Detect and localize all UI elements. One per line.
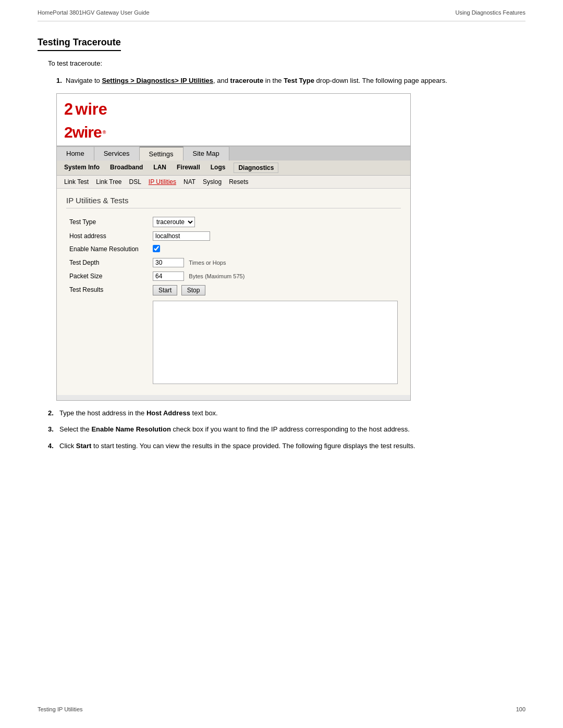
packet-size-input[interactable]: [153, 272, 184, 281]
footer-left: Testing IP Utilities: [38, 706, 83, 712]
sub-nav-bar: System Info Broadband LAN Firewall Logs …: [57, 161, 410, 176]
test-type-label: Test Type: [66, 215, 150, 229]
test-type-field: traceroute: [150, 215, 401, 229]
step-2-num: 2.: [48, 408, 59, 418]
subnav-systeminfo[interactable]: System Info: [62, 163, 102, 173]
test-depth-field: Times or Hops: [150, 256, 401, 269]
test-depth-input[interactable]: [153, 258, 184, 267]
step-2: 2. Type the host address in the Host Add…: [48, 408, 525, 418]
step-3: 3. Select the Enable Name Resolution che…: [48, 424, 525, 435]
enable-resolution-field: [150, 243, 401, 256]
step-4: 4. Click Start to start testing. You can…: [48, 441, 525, 451]
step-3-num: 3.: [48, 424, 59, 435]
main-content: Testing Traceroute To test traceroute: 1…: [0, 21, 563, 451]
step-1-traceroute: traceroute: [230, 77, 264, 84]
host-address-row: Host address: [66, 229, 401, 243]
header-left: HomePortal 3801HGV Gateway User Guide: [38, 9, 150, 16]
packet-size-row: Packet Size Bytes (Maximum 575): [66, 269, 401, 283]
doc-header: HomePortal 3801HGV Gateway User Guide Us…: [0, 0, 563, 16]
stop-button[interactable]: Stop: [181, 285, 206, 295]
subnav2-dsl[interactable]: DSL: [129, 178, 141, 186]
logo-wrapper: 2 wire ®: [57, 122, 410, 146]
tab-sitemap[interactable]: Site Map: [183, 146, 229, 161]
test-buttons: Start Stop: [153, 285, 398, 295]
subnav-firewall[interactable]: Firewall: [175, 163, 202, 173]
packet-size-unit: Bytes (Maximum 575): [189, 273, 244, 279]
subnav2-nat[interactable]: NAT: [183, 178, 195, 186]
subnav-lan[interactable]: LAN: [151, 163, 168, 173]
tab-services[interactable]: Services: [94, 146, 140, 161]
intro-text: To test traceroute:: [48, 59, 525, 67]
logo-2: 2: [64, 124, 72, 141]
svg-text:2: 2: [64, 100, 73, 117]
step-1: 1. Navigate to Settings > Diagnostics> I…: [56, 76, 525, 86]
enable-resolution-checkbox[interactable]: [153, 245, 160, 252]
subnav2-syslog[interactable]: Syslog: [203, 178, 222, 186]
svg-text:wire: wire: [75, 100, 107, 117]
test-depth-unit: Times or Hops: [189, 260, 226, 266]
subnav2-linktree[interactable]: Link Tree: [96, 178, 121, 186]
test-depth-label: Test Depth: [66, 256, 150, 269]
tab-settings[interactable]: Settings: [140, 146, 183, 161]
footer-right: 100: [516, 706, 525, 712]
test-results-textarea[interactable]: [153, 301, 398, 384]
host-address-input[interactable]: [153, 231, 210, 241]
logo-wire: wire: [72, 124, 102, 141]
packet-size-label: Packet Size: [66, 269, 150, 283]
ip-utilities-form: Test Type traceroute Host address Enable…: [66, 215, 401, 388]
test-results-field: Start Stop: [150, 283, 401, 388]
enable-resolution-label: Enable Name Resolution: [66, 243, 150, 256]
step-1-nav: Settings > Diagnostics> IP Utilities: [102, 77, 213, 84]
step-2-text: Type the host address in the Host Addres…: [59, 408, 525, 418]
tab-home[interactable]: Home: [57, 146, 94, 161]
main-panel: IP Utilities & Tests Test Type tracerout…: [57, 189, 410, 395]
subnav2-linktest[interactable]: Link Test: [64, 178, 89, 186]
logo-display: 2 wire ®: [64, 124, 403, 141]
test-type-select[interactable]: traceroute: [153, 217, 195, 227]
step-4-text: Click Start to start testing. You can vi…: [59, 441, 525, 451]
step-3-text: Select the Enable Name Resolution check …: [59, 424, 525, 435]
step-1-after: in the: [263, 77, 284, 84]
host-address-label: Host address: [66, 229, 150, 243]
section-title: Testing Traceroute: [38, 37, 121, 51]
2wire-logo: 2 wire: [64, 99, 111, 118]
subnav-logs[interactable]: Logs: [209, 163, 228, 173]
subnav2-iputilities[interactable]: IP Utilities: [149, 178, 176, 186]
doc-footer: Testing IP Utilities 100: [0, 706, 563, 712]
test-depth-row: Test Depth Times or Hops: [66, 256, 401, 269]
step-1-number: 1.: [56, 77, 62, 84]
packet-size-field: Bytes (Maximum 575): [150, 269, 401, 283]
test-results-row: Test Results Start Stop: [66, 283, 401, 388]
main-tabs-bar: Home Services Settings Site Map: [57, 146, 410, 161]
subnav-broadband[interactable]: Broadband: [108, 163, 145, 173]
host-address-field: [150, 229, 401, 243]
panel-title: IP Utilities & Tests: [66, 196, 401, 208]
post-screenshot-steps: 2. Type the host address in the Host Add…: [48, 408, 525, 451]
subnav-diagnostics[interactable]: Diagnostics: [234, 163, 278, 173]
header-right: Using Diagnostics Features: [455, 9, 525, 16]
start-button[interactable]: Start: [153, 285, 177, 295]
logo-area: 2 wire: [57, 94, 410, 122]
step-1-end: drop-down list. The following page appea…: [314, 77, 447, 84]
step-1-mid: , and: [213, 77, 230, 84]
step-4-num: 4.: [48, 441, 59, 451]
logo-r: ®: [103, 130, 106, 135]
test-results-label: Test Results: [66, 283, 150, 388]
second-sub-nav-bar: Link Test Link Tree DSL IP Utilities NAT…: [57, 176, 410, 189]
screenshot-container: 2 wire 2 wire ® Home Services Settings S…: [56, 93, 411, 401]
test-type-row: Test Type traceroute: [66, 215, 401, 229]
enable-resolution-row: Enable Name Resolution: [66, 243, 401, 256]
step-1-testtype: Test Type: [284, 77, 314, 84]
subnav2-resets[interactable]: Resets: [229, 178, 248, 186]
step-1-text-prefix: Navigate to: [66, 77, 102, 84]
